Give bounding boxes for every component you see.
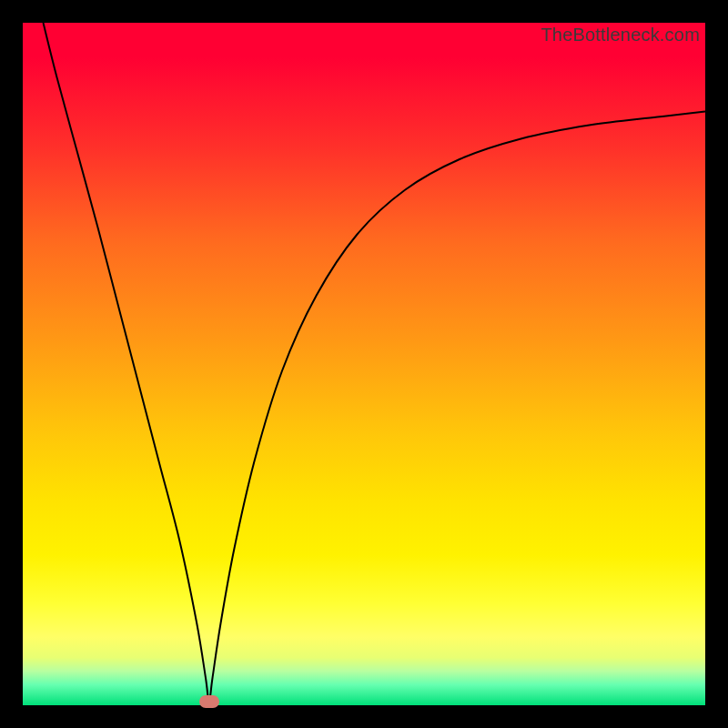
plot-area: TheBottleneck.com — [23, 23, 705, 705]
bottleneck-curve — [44, 23, 706, 702]
curve-layer — [23, 23, 705, 705]
chart-frame: TheBottleneck.com — [0, 0, 728, 728]
optimum-marker — [199, 695, 219, 708]
